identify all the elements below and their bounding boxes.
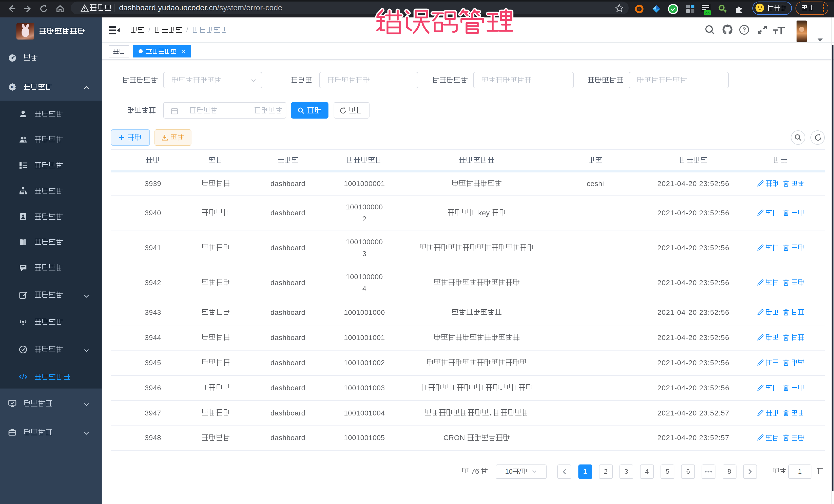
svg-text:on: on [705,11,710,15]
svg-text:?: ? [742,26,746,33]
